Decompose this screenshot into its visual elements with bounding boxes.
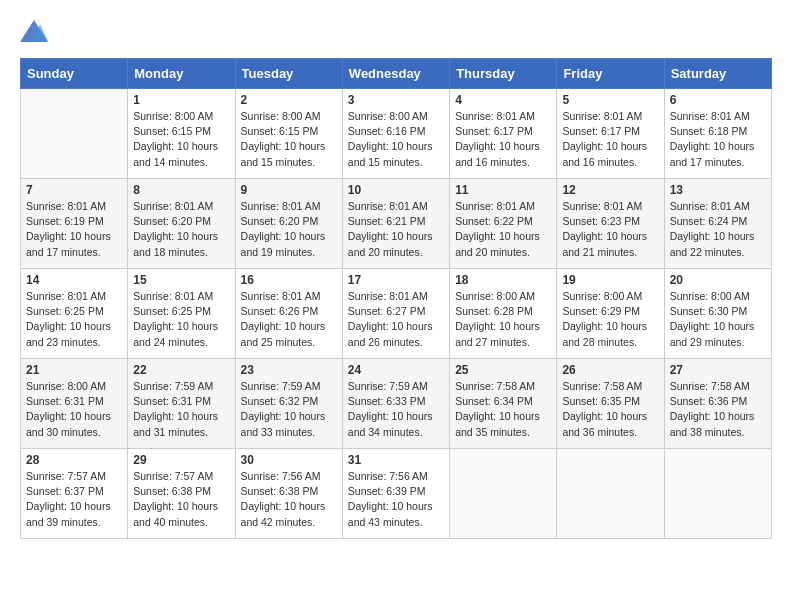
- day-info: Sunrise: 8:01 AM Sunset: 6:25 PM Dayligh…: [26, 289, 122, 350]
- calendar-cell: 15Sunrise: 8:01 AM Sunset: 6:25 PM Dayli…: [128, 269, 235, 359]
- calendar-cell: 9Sunrise: 8:01 AM Sunset: 6:20 PM Daylig…: [235, 179, 342, 269]
- day-number: 14: [26, 273, 122, 287]
- day-number: 30: [241, 453, 337, 467]
- day-number: 16: [241, 273, 337, 287]
- calendar-cell: 16Sunrise: 8:01 AM Sunset: 6:26 PM Dayli…: [235, 269, 342, 359]
- header-cell-sunday: Sunday: [21, 59, 128, 89]
- day-info: Sunrise: 7:58 AM Sunset: 6:35 PM Dayligh…: [562, 379, 658, 440]
- day-info: Sunrise: 7:56 AM Sunset: 6:38 PM Dayligh…: [241, 469, 337, 530]
- calendar-table: SundayMondayTuesdayWednesdayThursdayFrid…: [20, 58, 772, 539]
- day-number: 1: [133, 93, 229, 107]
- day-info: Sunrise: 7:57 AM Sunset: 6:38 PM Dayligh…: [133, 469, 229, 530]
- calendar-cell: 5Sunrise: 8:01 AM Sunset: 6:17 PM Daylig…: [557, 89, 664, 179]
- week-row-2: 7Sunrise: 8:01 AM Sunset: 6:19 PM Daylig…: [21, 179, 772, 269]
- day-number: 23: [241, 363, 337, 377]
- day-info: Sunrise: 8:00 AM Sunset: 6:15 PM Dayligh…: [133, 109, 229, 170]
- calendar-cell: 6Sunrise: 8:01 AM Sunset: 6:18 PM Daylig…: [664, 89, 771, 179]
- day-number: 3: [348, 93, 444, 107]
- day-info: Sunrise: 8:01 AM Sunset: 6:20 PM Dayligh…: [133, 199, 229, 260]
- day-info: Sunrise: 8:01 AM Sunset: 6:25 PM Dayligh…: [133, 289, 229, 350]
- day-info: Sunrise: 8:00 AM Sunset: 6:29 PM Dayligh…: [562, 289, 658, 350]
- day-number: 10: [348, 183, 444, 197]
- day-number: 25: [455, 363, 551, 377]
- calendar-cell: 29Sunrise: 7:57 AM Sunset: 6:38 PM Dayli…: [128, 449, 235, 539]
- calendar-cell: 20Sunrise: 8:00 AM Sunset: 6:30 PM Dayli…: [664, 269, 771, 359]
- day-number: 19: [562, 273, 658, 287]
- day-number: 31: [348, 453, 444, 467]
- day-number: 18: [455, 273, 551, 287]
- header-cell-saturday: Saturday: [664, 59, 771, 89]
- calendar-cell: 23Sunrise: 7:59 AM Sunset: 6:32 PM Dayli…: [235, 359, 342, 449]
- calendar-cell: 21Sunrise: 8:00 AM Sunset: 6:31 PM Dayli…: [21, 359, 128, 449]
- day-number: 24: [348, 363, 444, 377]
- day-number: 9: [241, 183, 337, 197]
- calendar-cell: 4Sunrise: 8:01 AM Sunset: 6:17 PM Daylig…: [450, 89, 557, 179]
- calendar-cell: 1Sunrise: 8:00 AM Sunset: 6:15 PM Daylig…: [128, 89, 235, 179]
- calendar-cell: 13Sunrise: 8:01 AM Sunset: 6:24 PM Dayli…: [664, 179, 771, 269]
- calendar-cell: 2Sunrise: 8:00 AM Sunset: 6:15 PM Daylig…: [235, 89, 342, 179]
- day-info: Sunrise: 8:01 AM Sunset: 6:22 PM Dayligh…: [455, 199, 551, 260]
- day-number: 29: [133, 453, 229, 467]
- day-info: Sunrise: 8:01 AM Sunset: 6:23 PM Dayligh…: [562, 199, 658, 260]
- header-cell-tuesday: Tuesday: [235, 59, 342, 89]
- header-cell-monday: Monday: [128, 59, 235, 89]
- calendar-cell: 18Sunrise: 8:00 AM Sunset: 6:28 PM Dayli…: [450, 269, 557, 359]
- day-info: Sunrise: 8:00 AM Sunset: 6:31 PM Dayligh…: [26, 379, 122, 440]
- calendar-cell: 3Sunrise: 8:00 AM Sunset: 6:16 PM Daylig…: [342, 89, 449, 179]
- logo: [20, 20, 52, 42]
- day-number: 20: [670, 273, 766, 287]
- calendar-cell: 26Sunrise: 7:58 AM Sunset: 6:35 PM Dayli…: [557, 359, 664, 449]
- day-info: Sunrise: 8:00 AM Sunset: 6:28 PM Dayligh…: [455, 289, 551, 350]
- calendar-cell: 7Sunrise: 8:01 AM Sunset: 6:19 PM Daylig…: [21, 179, 128, 269]
- day-number: 17: [348, 273, 444, 287]
- calendar-cell: [664, 449, 771, 539]
- day-info: Sunrise: 8:01 AM Sunset: 6:20 PM Dayligh…: [241, 199, 337, 260]
- header-cell-friday: Friday: [557, 59, 664, 89]
- day-number: 8: [133, 183, 229, 197]
- calendar-cell: 11Sunrise: 8:01 AM Sunset: 6:22 PM Dayli…: [450, 179, 557, 269]
- day-info: Sunrise: 8:01 AM Sunset: 6:21 PM Dayligh…: [348, 199, 444, 260]
- day-info: Sunrise: 7:57 AM Sunset: 6:37 PM Dayligh…: [26, 469, 122, 530]
- day-number: 7: [26, 183, 122, 197]
- day-info: Sunrise: 7:58 AM Sunset: 6:36 PM Dayligh…: [670, 379, 766, 440]
- day-info: Sunrise: 7:58 AM Sunset: 6:34 PM Dayligh…: [455, 379, 551, 440]
- week-row-3: 14Sunrise: 8:01 AM Sunset: 6:25 PM Dayli…: [21, 269, 772, 359]
- calendar-cell: 24Sunrise: 7:59 AM Sunset: 6:33 PM Dayli…: [342, 359, 449, 449]
- calendar-cell: 27Sunrise: 7:58 AM Sunset: 6:36 PM Dayli…: [664, 359, 771, 449]
- calendar-cell: 12Sunrise: 8:01 AM Sunset: 6:23 PM Dayli…: [557, 179, 664, 269]
- calendar-cell: [450, 449, 557, 539]
- calendar-cell: 30Sunrise: 7:56 AM Sunset: 6:38 PM Dayli…: [235, 449, 342, 539]
- day-info: Sunrise: 7:59 AM Sunset: 6:33 PM Dayligh…: [348, 379, 444, 440]
- week-row-1: 1Sunrise: 8:00 AM Sunset: 6:15 PM Daylig…: [21, 89, 772, 179]
- calendar-cell: 8Sunrise: 8:01 AM Sunset: 6:20 PM Daylig…: [128, 179, 235, 269]
- day-number: 21: [26, 363, 122, 377]
- calendar-cell: 31Sunrise: 7:56 AM Sunset: 6:39 PM Dayli…: [342, 449, 449, 539]
- page-header: [20, 20, 772, 42]
- day-number: 6: [670, 93, 766, 107]
- day-number: 26: [562, 363, 658, 377]
- header-cell-wednesday: Wednesday: [342, 59, 449, 89]
- day-info: Sunrise: 8:01 AM Sunset: 6:17 PM Dayligh…: [455, 109, 551, 170]
- day-info: Sunrise: 8:01 AM Sunset: 6:24 PM Dayligh…: [670, 199, 766, 260]
- calendar-cell: 28Sunrise: 7:57 AM Sunset: 6:37 PM Dayli…: [21, 449, 128, 539]
- day-number: 28: [26, 453, 122, 467]
- day-info: Sunrise: 7:59 AM Sunset: 6:32 PM Dayligh…: [241, 379, 337, 440]
- calendar-cell: 10Sunrise: 8:01 AM Sunset: 6:21 PM Dayli…: [342, 179, 449, 269]
- day-number: 2: [241, 93, 337, 107]
- day-info: Sunrise: 8:01 AM Sunset: 6:27 PM Dayligh…: [348, 289, 444, 350]
- day-info: Sunrise: 8:00 AM Sunset: 6:16 PM Dayligh…: [348, 109, 444, 170]
- day-info: Sunrise: 8:01 AM Sunset: 6:26 PM Dayligh…: [241, 289, 337, 350]
- day-number: 11: [455, 183, 551, 197]
- calendar-cell: 19Sunrise: 8:00 AM Sunset: 6:29 PM Dayli…: [557, 269, 664, 359]
- calendar-cell: 14Sunrise: 8:01 AM Sunset: 6:25 PM Dayli…: [21, 269, 128, 359]
- header-row: SundayMondayTuesdayWednesdayThursdayFrid…: [21, 59, 772, 89]
- day-number: 22: [133, 363, 229, 377]
- day-info: Sunrise: 7:59 AM Sunset: 6:31 PM Dayligh…: [133, 379, 229, 440]
- day-info: Sunrise: 8:00 AM Sunset: 6:30 PM Dayligh…: [670, 289, 766, 350]
- day-info: Sunrise: 8:01 AM Sunset: 6:18 PM Dayligh…: [670, 109, 766, 170]
- day-number: 27: [670, 363, 766, 377]
- day-info: Sunrise: 8:01 AM Sunset: 6:17 PM Dayligh…: [562, 109, 658, 170]
- day-number: 13: [670, 183, 766, 197]
- week-row-4: 21Sunrise: 8:00 AM Sunset: 6:31 PM Dayli…: [21, 359, 772, 449]
- day-number: 4: [455, 93, 551, 107]
